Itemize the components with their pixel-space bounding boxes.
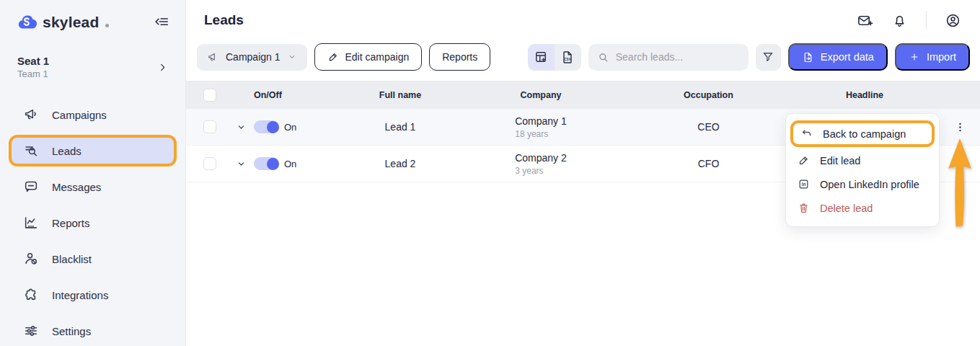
sidebar-item-campaigns[interactable]: Campaigns [0, 97, 185, 133]
table-settings-icon [534, 50, 548, 64]
new-message-icon[interactable] [857, 12, 873, 29]
export-data-label: Export data [821, 51, 874, 63]
column-header-headline: Headline [790, 90, 940, 100]
svg-text:CSV: CSV [565, 58, 572, 61]
skylead-logo: skylead [16, 12, 109, 33]
reports-button[interactable]: Reports [429, 43, 490, 71]
view-toggle-group: CSV [528, 44, 581, 71]
notifications-bell-icon[interactable] [891, 12, 908, 29]
annotation-arrow-up [945, 137, 974, 228]
pencil-icon [798, 154, 810, 167]
chat-bubble-icon [23, 179, 39, 195]
lead-on-off-toggle[interactable] [254, 120, 279, 133]
lead-company-tenure: 18 years [515, 129, 567, 139]
chevron-down-icon [287, 52, 297, 62]
seat-selector[interactable]: Seat 1 Team 1 [13, 55, 172, 79]
row-actions-menu: Back to campaign Edit lead in Open Linke… [785, 113, 940, 227]
svg-text:in: in [802, 182, 806, 187]
lead-company: Company 1 [515, 115, 567, 127]
table-view-button[interactable] [528, 44, 555, 71]
funnel-icon [762, 50, 774, 63]
import-label: Import [927, 51, 956, 63]
import-button[interactable]: Import [895, 43, 970, 71]
sidebar-item-blacklist[interactable]: Blacklist [0, 241, 185, 277]
account-profile-icon[interactable] [945, 12, 961, 29]
sidebar-item-settings[interactable]: Settings [0, 313, 185, 346]
logo-wordmark: skylead [43, 14, 99, 31]
sidebar-item-leads[interactable]: Leads [9, 135, 177, 167]
expand-row-chevron-icon[interactable] [236, 122, 247, 133]
column-header-full-name: Full name [346, 90, 454, 100]
export-icon [802, 51, 814, 63]
row-actions-kebab-icon[interactable] [951, 118, 969, 136]
pencil-icon [327, 51, 339, 63]
collapse-sidebar-icon[interactable] [154, 14, 169, 30]
filter-button[interactable] [756, 44, 781, 71]
sidebar-item-label: Reports [52, 217, 90, 229]
return-arrow-icon [800, 128, 813, 140]
table-header-row: On/Off Full name Company Occupation Head… [186, 81, 980, 109]
sidebar-item-integrations[interactable]: Integrations [0, 277, 185, 313]
lead-full-name: Lead 2 [346, 158, 454, 169]
lead-occupation: CFO [627, 158, 790, 169]
search-icon [597, 51, 609, 63]
puzzle-icon [23, 287, 39, 303]
megaphone-icon [207, 51, 219, 63]
sidebar: skylead Seat 1 Team 1 Campaigns [0, 0, 186, 346]
expand-row-chevron-icon[interactable] [236, 159, 247, 169]
toolbar: Campaign 1 Edit campaign Reports [186, 40, 980, 74]
sidebar-item-label: Messages [52, 181, 101, 193]
skylead-cloud-icon [16, 12, 37, 33]
menu-item-open-linkedin-profile[interactable]: in Open LinkedIn profile [786, 172, 939, 196]
main-content: Leads [186, 0, 980, 346]
toggle-label: On [284, 159, 296, 169]
campaign-selector-label: Campaign 1 [226, 51, 281, 63]
trash-icon [798, 202, 810, 214]
chevron-right-icon[interactable] [157, 62, 168, 73]
search-input[interactable] [616, 51, 746, 63]
seat-subtitle: Team 1 [17, 68, 49, 79]
topbar: Leads [186, 0, 980, 40]
linkedin-icon: in [798, 178, 810, 190]
leads-search-icon [23, 143, 39, 159]
lead-full-name: Lead 1 [346, 121, 454, 133]
sidebar-item-label: Blacklist [52, 253, 92, 265]
menu-item-label: Edit lead [820, 155, 860, 167]
menu-item-delete-lead[interactable]: Delete lead [786, 196, 939, 220]
menu-item-label: Open LinkedIn profile [820, 179, 919, 190]
row-checkbox[interactable] [203, 157, 216, 170]
sidebar-item-label: Leads [52, 145, 81, 157]
column-header-on-off: On/Off [254, 90, 346, 100]
menu-item-back-to-campaign[interactable]: Back to campaign [790, 120, 935, 147]
toggle-label: On [284, 122, 296, 133]
plus-icon [909, 51, 920, 63]
csv-view-button[interactable]: CSV [555, 44, 581, 71]
row-checkbox[interactable] [203, 120, 216, 133]
user-block-icon [23, 251, 39, 267]
csv-file-icon: CSV [560, 50, 575, 64]
sidebar-item-label: Integrations [52, 289, 108, 301]
lead-company: Company 2 [515, 152, 567, 164]
menu-item-label: Delete lead [820, 203, 873, 214]
sliders-icon [23, 323, 39, 339]
lead-company-tenure: 3 years [515, 166, 567, 176]
lead-on-off-toggle[interactable] [254, 157, 279, 170]
sidebar-item-reports[interactable]: Reports [0, 205, 185, 241]
megaphone-icon [23, 107, 39, 123]
seat-title: Seat 1 [17, 55, 49, 67]
menu-item-edit-lead[interactable]: Edit lead [786, 148, 939, 172]
reports-button-label: Reports [442, 51, 477, 63]
menu-item-label: Back to campaign [823, 128, 906, 140]
lead-occupation: CEO [627, 121, 790, 133]
export-data-button[interactable]: Export data [788, 43, 888, 71]
column-header-occupation: Occupation [627, 90, 790, 100]
campaign-selector[interactable]: Campaign 1 [197, 44, 307, 71]
logo-dot [105, 24, 109, 27]
sidebar-item-label: Campaigns [52, 109, 107, 121]
sidebar-item-messages[interactable]: Messages [0, 169, 185, 205]
select-all-checkbox[interactable] [203, 89, 216, 102]
edit-campaign-label: Edit campaign [345, 51, 410, 63]
edit-campaign-button[interactable]: Edit campaign [314, 43, 423, 71]
chart-icon [23, 215, 39, 231]
sidebar-item-label: Settings [52, 325, 91, 337]
